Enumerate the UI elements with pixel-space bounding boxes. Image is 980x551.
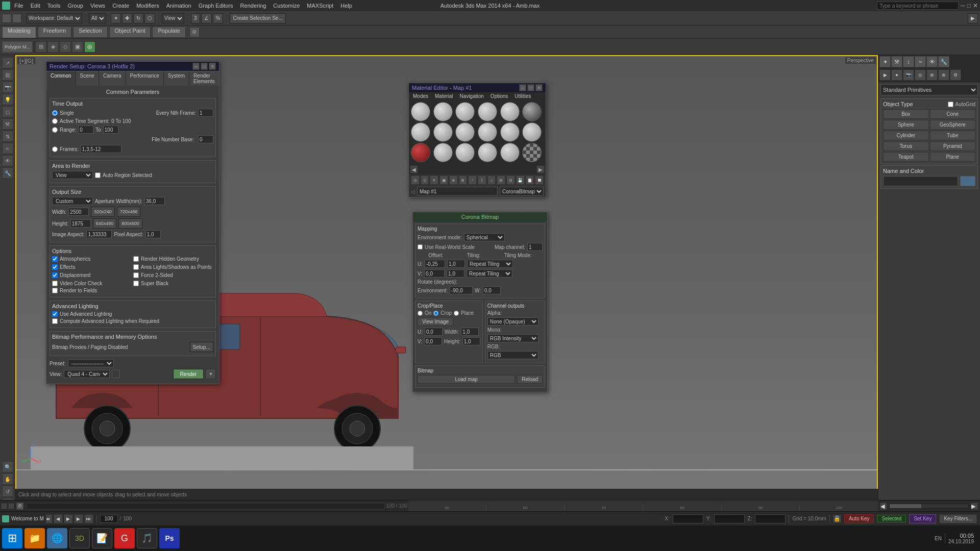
menu-help[interactable]: Help (337, 2, 355, 10)
current-frame-input[interactable] (100, 515, 118, 523)
rs-area-lights-check[interactable] (133, 264, 139, 270)
view-select[interactable]: View (162, 13, 184, 23)
tool-2[interactable]: ◈ (47, 41, 59, 53)
anim-play[interactable]: ▶ (64, 514, 73, 523)
rs-area-select[interactable]: View (52, 171, 93, 179)
start-btn[interactable]: ⊞ (2, 528, 22, 548)
cp-view-image-btn[interactable]: View Image (418, 317, 453, 326)
mat-ball-15[interactable] (455, 143, 475, 162)
menu-views[interactable]: Views (87, 2, 108, 10)
rs-range-from[interactable] (78, 126, 93, 134)
selection-type-select[interactable]: All (89, 13, 106, 23)
mat-ball-5[interactable] (500, 102, 520, 121)
cp-map-channel-input[interactable] (527, 243, 543, 251)
mat-ball-18[interactable] (522, 143, 542, 162)
link-tool[interactable]: ⛓ (2, 69, 13, 81)
mat-ball-1[interactable] (411, 102, 430, 121)
menu-customize[interactable]: Customize (270, 2, 303, 10)
cmd-pyramid-btn[interactable]: Pyramid (930, 141, 976, 151)
cp-env-w-input[interactable] (450, 286, 473, 294)
rs-frames-radio[interactable] (52, 146, 58, 152)
cp-crop-w-input[interactable] (461, 328, 479, 336)
rs-preset-720[interactable]: 720x486 (117, 207, 141, 217)
menu-rendering[interactable]: Rendering (237, 2, 270, 10)
rs-every-nth-input[interactable] (198, 109, 213, 117)
rs-atm-check[interactable] (52, 256, 58, 262)
cp-crop-v-input[interactable] (424, 337, 442, 345)
rs-preset-320[interactable]: 320x240 (91, 207, 115, 217)
x-coord-input[interactable] (673, 514, 703, 523)
hierarchy-tool[interactable]: ⇅ (2, 131, 13, 142)
cmd-teapot-btn[interactable]: Teapot (883, 152, 929, 162)
cp-u-tiling-mode-select[interactable]: Repeat Tiling (467, 260, 513, 268)
taskbar-app2[interactable]: G (114, 528, 135, 548)
cmd-light-icon[interactable]: ● (891, 69, 902, 81)
menu-edit[interactable]: Edit (28, 2, 43, 10)
minimize-btn[interactable]: ─ (961, 2, 965, 9)
tab-object-paint[interactable]: Object Paint (109, 27, 151, 38)
time-scrollbar[interactable] (27, 503, 385, 509)
menu-file[interactable]: File (11, 2, 27, 10)
mat-tool-8[interactable]: ⇧ (478, 176, 486, 185)
toolbar-config-btn[interactable]: ⚙ (189, 27, 200, 37)
cp-real-world-check[interactable] (418, 244, 423, 249)
taskbar-photoshop[interactable]: Ps (159, 528, 180, 548)
cp-load-map-btn[interactable]: Load map (418, 375, 515, 384)
cp-crop-u-input[interactable] (425, 328, 443, 336)
pan-tool[interactable]: ✋ (2, 473, 13, 485)
anim-next-frame[interactable]: ▶ (74, 514, 83, 523)
mat-tool-3[interactable]: ✕ (430, 176, 438, 185)
cmd-render-icon[interactable]: ▶ (879, 69, 891, 81)
vp-scrollbar-track[interactable] (889, 504, 969, 509)
workspace-select[interactable]: Workspace: Default (26, 13, 82, 23)
cp-u-offset-input[interactable] (425, 260, 445, 268)
motion-tool[interactable]: ≈ (2, 143, 13, 154)
menu-modifiers[interactable]: Modifiers (133, 2, 162, 10)
vp-scroll-right[interactable]: ▶ (971, 503, 978, 510)
y-coord-input[interactable] (714, 514, 745, 523)
rs-force2s-check[interactable] (133, 272, 139, 278)
rotate-btn[interactable]: ↻ (133, 13, 143, 23)
menu-create[interactable]: Create (109, 2, 132, 10)
mat-tool-11[interactable]: ⊟ (506, 176, 515, 185)
cp-rgb-select[interactable]: RGB (487, 351, 538, 359)
undo-btn[interactable] (2, 14, 11, 23)
utilities-tool[interactable]: 🔧 (2, 167, 13, 179)
mat-name-input[interactable] (417, 187, 498, 196)
lights-tool[interactable]: 💡 (2, 94, 13, 105)
mat-ball-16[interactable] (478, 143, 497, 162)
rs-width-input[interactable] (68, 208, 89, 216)
mat-tool-14[interactable]: 🔲 (535, 176, 544, 185)
mat-ball-17[interactable] (500, 143, 520, 162)
rs-auto-region-check[interactable] (95, 172, 101, 178)
cmd-cone-btn[interactable]: Cone (930, 109, 976, 119)
mat-maximize-btn[interactable]: □ (527, 84, 534, 91)
mat-tool-6[interactable]: ⊗ (459, 176, 468, 185)
taskbar-notepad[interactable]: 📝 (92, 528, 112, 548)
close-btn[interactable]: ✕ (973, 2, 978, 9)
cp-crop-radio[interactable] (433, 311, 438, 316)
cp-v-tiling-input[interactable] (447, 269, 464, 278)
cmd-display-icon[interactable]: 👁 (926, 56, 938, 67)
cmd-utils-icon[interactable]: 🔧 (938, 56, 949, 67)
auto-key-btn[interactable]: Auto Key (844, 514, 874, 523)
rs-range-to[interactable] (103, 126, 118, 134)
tab-selection[interactable]: Selection (73, 27, 107, 38)
rs-more-btn[interactable]: ▼ (206, 369, 216, 379)
cmd-create-icon[interactable]: ✦ (879, 56, 891, 67)
cmd-color-swatch[interactable] (960, 176, 975, 186)
lock-selection-icon[interactable]: 🔒 (833, 515, 841, 523)
bottom-icon-1[interactable] (1, 503, 7, 509)
menu-graph-editors[interactable]: Graph Editors (195, 2, 236, 10)
rs-image-aspect-input[interactable] (86, 230, 112, 238)
rs-pixel-aspect-input[interactable] (145, 230, 161, 238)
rs-file-num-input[interactable] (198, 135, 213, 143)
cmd-plane-btn[interactable]: Plane (930, 152, 976, 162)
menu-maxscript[interactable]: MAXScript (304, 2, 336, 10)
select-object-btn[interactable]: ✦ (111, 13, 121, 23)
mat-ball-11[interactable] (500, 122, 520, 142)
rs-preset-640[interactable]: 640x480 (93, 218, 117, 229)
cmd-motion-icon[interactable]: ≈ (915, 56, 926, 67)
cmd-space-icon[interactable]: ⊗ (938, 69, 949, 81)
taskbar-explorer[interactable]: 📁 (24, 528, 45, 548)
